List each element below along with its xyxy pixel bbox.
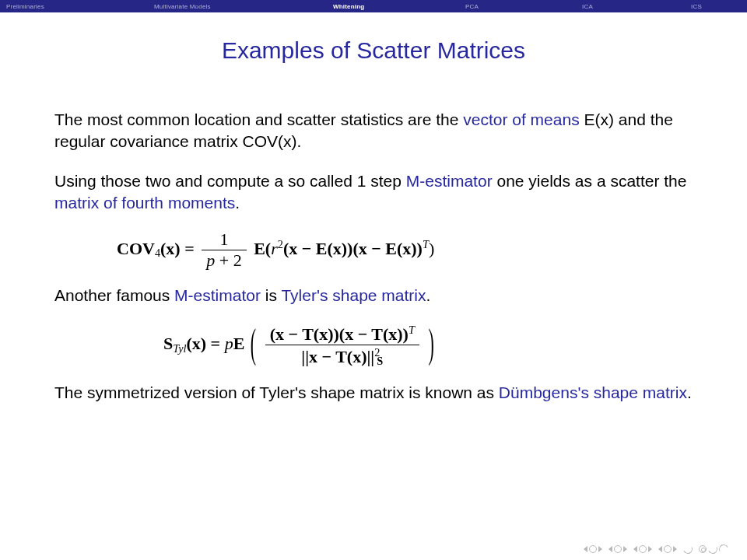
eq-text: p: [225, 334, 233, 353]
triangle-right-icon: [648, 546, 652, 552]
eq-denominator: p + 2: [202, 250, 246, 269]
triangle-left-icon: [584, 546, 587, 552]
eq-numerator: 1: [202, 231, 246, 250]
eq-text: T: [423, 238, 429, 250]
slide-body: The most common location and scatter sta…: [54, 109, 693, 422]
ring-icon: [639, 545, 647, 553]
eq-numerator: (x − T(x))(x − T(x))T: [265, 324, 419, 345]
eq-text: r: [271, 239, 278, 258]
paragraph-4: The symmetrized version of Tyler's shape…: [54, 382, 693, 404]
slide-title: Examples of Scatter Matrices: [0, 37, 747, 64]
target-icon: [699, 545, 707, 553]
arc-icon: [682, 543, 693, 555]
triangle-right-icon: [623, 546, 627, 552]
text: .: [426, 286, 431, 304]
nav-group-6[interactable]: [699, 544, 728, 554]
term-m-estimator: M-estimator: [406, 172, 493, 190]
eq-fraction: 1 p + 2: [202, 231, 246, 269]
eq-text: ||x − T(x)||: [301, 346, 374, 366]
eq-text: (x) =: [186, 334, 224, 353]
tab-pca[interactable]: PCA: [458, 3, 574, 10]
paragraph-3: Another famous M-estimator is Tyler's sh…: [54, 285, 693, 306]
term-tyler-shape: Tyler's shape matrix: [281, 286, 426, 304]
paragraph-1: The most common location and scatter sta…: [54, 109, 693, 153]
eq-text: S: [163, 334, 173, 353]
eq-text: ): [429, 239, 434, 258]
term-fourth-moments: matrix of fourth moments: [54, 194, 235, 212]
tab-multivariate-models[interactable]: Multivariate Models: [146, 3, 325, 10]
nav-group-2[interactable]: [608, 545, 627, 553]
nav-group-1[interactable]: [584, 545, 602, 553]
text: Using those two and compute a so called …: [54, 172, 406, 190]
tab-ica[interactable]: ICA: [574, 3, 683, 10]
term-m-estimator-2: M-estimator: [174, 286, 261, 304]
triangle-left-icon: [658, 546, 662, 552]
eq-text: p: [206, 250, 215, 270]
tab-preliminaries[interactable]: Preliminaries: [0, 3, 146, 10]
term-vector-of-means: vector of means: [463, 110, 579, 128]
text: Another famous: [54, 286, 174, 304]
arc-icon: [717, 543, 729, 555]
eq-denominator: ||x − T(x)||2S: [265, 345, 419, 367]
equation-cov4: COV4(x) = 1 p + 2 E(r2(x − E(x))(x − E(x…: [117, 231, 693, 269]
ring-icon: [614, 545, 622, 553]
tab-ics[interactable]: ICS: [683, 3, 747, 10]
text: The most common location and scatter sta…: [54, 110, 463, 128]
paragraph-2: Using those two and compute a so called …: [54, 170, 693, 215]
nav-tabs: Preliminaries Multivariate Models Whiten…: [0, 0, 747, 12]
eq-text: COV: [117, 239, 155, 258]
tab-whitening[interactable]: Whitening: [325, 3, 458, 10]
text: .: [687, 383, 692, 401]
triangle-right-icon: [673, 546, 677, 552]
eq-text: (x − T(x))(x − T(x)): [270, 324, 409, 344]
text: .: [235, 194, 240, 212]
eq-text: (x − E(x))(x − E(x)): [283, 239, 423, 258]
eq-text: Tyl: [173, 342, 186, 355]
nav-group-5[interactable]: [683, 544, 693, 554]
eq-text: S: [377, 355, 383, 367]
eq-text: T: [409, 324, 415, 336]
text: is: [261, 286, 281, 304]
eq-text: E(: [254, 239, 271, 258]
triangle-right-icon: [598, 546, 602, 552]
beamer-footer-nav: [584, 544, 728, 554]
text: one yields as a scatter the: [493, 172, 687, 190]
eq-text: 4: [155, 247, 160, 259]
ring-icon: [664, 545, 672, 553]
nav-group-3[interactable]: [633, 545, 652, 553]
triangle-left-icon: [608, 546, 612, 552]
eq-text: E: [233, 334, 245, 353]
equation-tyler: STyl(x) = pE ( (x − T(x))(x − T(x))T ||x…: [163, 324, 693, 367]
arc-icon: [707, 543, 718, 555]
nav-group-4[interactable]: [658, 545, 677, 553]
eq-text: (x) =: [160, 239, 198, 258]
eq-text: + 2: [215, 250, 241, 270]
eq-fraction: (x − T(x))(x − T(x))T ||x − T(x)||2S: [265, 324, 419, 367]
term-dumbgens: Dümbgens's shape matrix: [499, 383, 687, 401]
text: The symmetrized version of Tyler's shape…: [54, 383, 499, 401]
ring-icon: [589, 545, 597, 553]
eq-text: 2: [278, 238, 283, 250]
triangle-left-icon: [633, 546, 637, 552]
